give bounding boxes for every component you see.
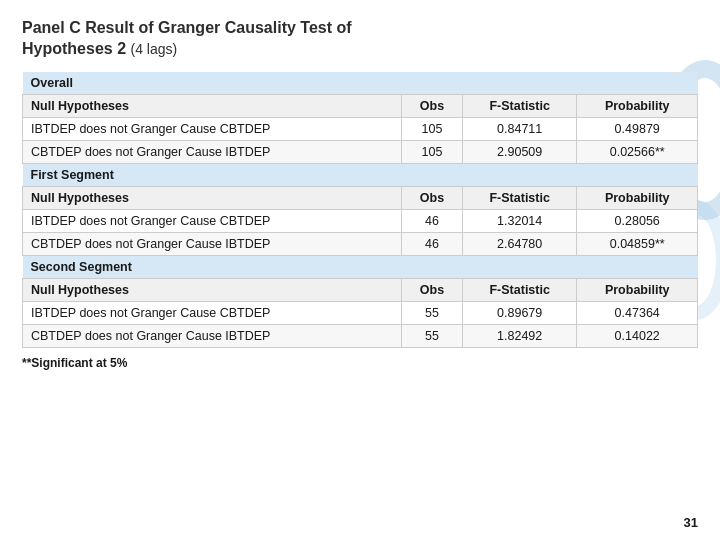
page-container: Panel C Result of Granger Causality Test…: [0, 0, 720, 540]
footnote: **Significant at 5%: [22, 356, 698, 370]
overall-row1-prob: 0.49879: [577, 117, 698, 140]
first-row1-hyp: IBTDEP does not Granger Cause CBTDEP: [23, 209, 402, 232]
overall-col-null: Null Hypotheses: [23, 94, 402, 117]
title-line1: Panel C Result of Granger Causality Test…: [22, 19, 352, 36]
overall-row1-obs: 105: [401, 117, 462, 140]
first-row2-hyp: CBTDEP does not Granger Cause IBTDEP: [23, 232, 402, 255]
second-row-2: CBTDEP does not Granger Cause IBTDEP 55 …: [23, 324, 698, 347]
second-row2-fstat: 1.82492: [462, 324, 576, 347]
second-col-obs: Obs: [401, 278, 462, 301]
first-row2-fstat: 2.64780: [462, 232, 576, 255]
section-first-header: First Segment: [23, 163, 698, 186]
second-label: Second Segment: [23, 255, 698, 278]
second-row1-hyp: IBTDEP does not Granger Cause CBTDEP: [23, 301, 402, 324]
first-col-obs: Obs: [401, 186, 462, 209]
second-row-1: IBTDEP does not Granger Cause CBTDEP 55 …: [23, 301, 698, 324]
second-row1-prob: 0.47364: [577, 301, 698, 324]
overall-row-1: IBTDEP does not Granger Cause CBTDEP 105…: [23, 117, 698, 140]
title-lags: (4 lags): [131, 41, 178, 57]
overall-col-fstat: F-Statistic: [462, 94, 576, 117]
second-row1-fstat: 0.89679: [462, 301, 576, 324]
second-row2-prob: 0.14022: [577, 324, 698, 347]
first-row2-obs: 46: [401, 232, 462, 255]
second-row2-hyp: CBTDEP does not Granger Cause IBTDEP: [23, 324, 402, 347]
panel-title: Panel C Result of Granger Causality Test…: [22, 18, 698, 60]
content-area: Panel C Result of Granger Causality Test…: [0, 0, 720, 380]
overall-row-2: CBTDEP does not Granger Cause IBTDEP 105…: [23, 140, 698, 163]
first-row1-fstat: 1.32014: [462, 209, 576, 232]
first-row1-prob: 0.28056: [577, 209, 698, 232]
section-second-header: Second Segment: [23, 255, 698, 278]
overall-row2-prob: 0.02566**: [577, 140, 698, 163]
page-number: 31: [684, 515, 698, 530]
second-row2-obs: 55: [401, 324, 462, 347]
overall-row1-hyp: IBTDEP does not Granger Cause CBTDEP: [23, 117, 402, 140]
overall-label: Overall: [23, 72, 698, 95]
overall-row2-hyp: CBTDEP does not Granger Cause IBTDEP: [23, 140, 402, 163]
overall-col-header: Null Hypotheses Obs F-Statistic Probabil…: [23, 94, 698, 117]
overall-row1-fstat: 0.84711: [462, 117, 576, 140]
first-row2-prob: 0.04859**: [577, 232, 698, 255]
title-line2: Hypotheses 2: [22, 40, 126, 57]
first-row1-obs: 46: [401, 209, 462, 232]
overall-col-prob: Probability: [577, 94, 698, 117]
overall-col-obs: Obs: [401, 94, 462, 117]
second-col-fstat: F-Statistic: [462, 278, 576, 301]
second-row1-obs: 55: [401, 301, 462, 324]
first-row-1: IBTDEP does not Granger Cause CBTDEP 46 …: [23, 209, 698, 232]
first-col-null: Null Hypotheses: [23, 186, 402, 209]
first-label: First Segment: [23, 163, 698, 186]
first-col-header: Null Hypotheses Obs F-Statistic Probabil…: [23, 186, 698, 209]
first-row-2: CBTDEP does not Granger Cause IBTDEP 46 …: [23, 232, 698, 255]
overall-row2-obs: 105: [401, 140, 462, 163]
first-col-fstat: F-Statistic: [462, 186, 576, 209]
overall-row2-fstat: 2.90509: [462, 140, 576, 163]
section-overall-header: Overall: [23, 72, 698, 95]
first-col-prob: Probability: [577, 186, 698, 209]
second-col-null: Null Hypotheses: [23, 278, 402, 301]
second-col-prob: Probability: [577, 278, 698, 301]
results-table: Overall Null Hypotheses Obs F-Statistic …: [22, 72, 698, 348]
second-col-header: Null Hypotheses Obs F-Statistic Probabil…: [23, 278, 698, 301]
